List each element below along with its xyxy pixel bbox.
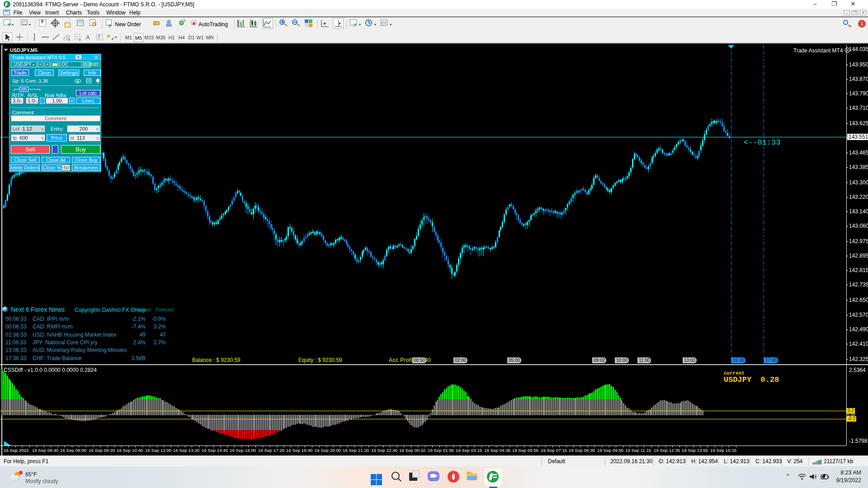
minimize-button[interactable]: – <box>808 0 822 9</box>
trendline-tool[interactable] <box>52 33 61 42</box>
pane-separator[interactable] <box>0 364 868 365</box>
timeframe-w1[interactable]: W1 <box>196 33 204 42</box>
cursor-tool[interactable] <box>2 33 12 42</box>
bell-icon[interactable] <box>95 78 100 83</box>
menu-charts[interactable]: Charts <box>66 9 82 16</box>
chart-shift-button[interactable] <box>333 18 344 29</box>
new-order-button[interactable]: +New Order <box>105 19 148 29</box>
indicators-button[interactable]: +▾ <box>349 19 360 29</box>
timeframe-m1[interactable]: M1 <box>124 33 133 42</box>
expert-advisors-button[interactable] <box>152 19 163 29</box>
close-pct-input[interactable]: 50 <box>62 164 70 171</box>
search-icon[interactable] <box>842 19 853 29</box>
candlestick-chart-button[interactable] <box>250 19 260 29</box>
menu-file[interactable]: File <box>14 9 22 16</box>
line-chart-button[interactable] <box>262 18 273 29</box>
panel-tab-trade[interactable]: Trade <box>11 70 29 76</box>
data-window-button[interactable] <box>51 19 61 29</box>
market-watch-button[interactable]: ▼▲ <box>38 19 49 29</box>
timeframe-m5[interactable]: M5 <box>134 33 143 42</box>
entry-input[interactable]: 200⇅ <box>67 125 100 132</box>
tray-chevron-icon[interactable]: ⌃ <box>785 473 791 480</box>
vertical-line-object-1[interactable] <box>731 45 731 364</box>
navigator-button[interactable]: ★ <box>63 19 74 29</box>
rtp-input[interactable]: 3.0⇅ <box>11 98 24 104</box>
mdi-minimize-button[interactable]: – <box>844 10 850 15</box>
notification-badge[interactable]: 1 <box>858 20 866 28</box>
zoom-out-button[interactable] <box>291 19 302 29</box>
risk-input[interactable]: 1.00 <box>46 98 68 104</box>
strategy-tester-button[interactable] <box>89 19 99 29</box>
menu-view[interactable]: View <box>29 9 41 16</box>
vertical-line-tool[interactable] <box>30 33 40 42</box>
delete-orders-button[interactable]: Delete Orders <box>9 164 40 171</box>
taskbar-clock[interactable]: 8:23 AM9/19/2022 <box>832 469 861 484</box>
lot-calc-button[interactable]: Lot calc <box>76 90 100 96</box>
risk-plus-button[interactable]: + <box>69 98 75 104</box>
panel-close-button[interactable]: X <box>94 55 98 60</box>
menu-help[interactable]: Help <box>129 9 141 16</box>
metaquotes-button[interactable] <box>165 19 175 29</box>
timeframe-h1[interactable]: H1 <box>167 33 176 42</box>
vertical-line-object-2[interactable] <box>764 45 764 364</box>
timeframe-m15[interactable]: M15 <box>144 33 155 42</box>
panel-tab-close[interactable]: Close <box>35 70 54 76</box>
rr-badge[interactable]: RR <box>19 87 28 92</box>
terminal-button[interactable] <box>76 19 87 29</box>
comment-input[interactable]: Comment <box>11 115 100 122</box>
text-tool[interactable]: A <box>84 33 94 42</box>
periods-button[interactable]: ▾ <box>364 19 375 29</box>
sounds-button[interactable] <box>177 19 188 29</box>
panel-title-bar[interactable]: Trade Assistant MT4 9.5X <box>9 54 101 61</box>
timeframe-m30[interactable]: M30 <box>155 33 166 42</box>
restore-button[interactable]: ❐ <box>827 0 841 9</box>
mdi-restore-button[interactable]: ❐ <box>852 10 858 15</box>
breakeven-button[interactable]: Breakeven <box>72 164 100 171</box>
fibonacci-tool[interactable]: F <box>73 33 83 42</box>
symbol-selector[interactable]: USDJPY ▾ <box>11 61 37 67</box>
close-pct-button[interactable]: Close % <box>42 164 62 171</box>
rsl-input[interactable]: 1.0⇅ <box>26 98 38 104</box>
bar-chart-button[interactable] <box>237 19 248 29</box>
timeframe-mn[interactable]: MN <box>205 33 215 42</box>
crosshair-tool[interactable] <box>15 33 25 42</box>
eye-icon[interactable] <box>75 79 81 83</box>
mdi-close-button[interactable]: ✕ <box>860 10 866 15</box>
close-all-button[interactable]: Close All <box>42 157 70 163</box>
symbol-collapse-arrow[interactable] <box>4 49 8 51</box>
text-label-tool[interactable]: T <box>95 33 105 42</box>
calendar-icon[interactable] <box>86 78 91 83</box>
profiles-button[interactable]: ▾ <box>20 19 31 29</box>
battery-icon[interactable] <box>821 474 830 479</box>
menu-insert[interactable]: Insert <box>45 9 59 16</box>
wifi-icon[interactable] <box>798 474 806 480</box>
lot-input[interactable]: Lot 1.12⇅ <box>11 125 45 132</box>
autotrading-button[interactable]: AutoTrading <box>190 19 231 29</box>
swap-button[interactable] <box>52 145 58 154</box>
camera-icon[interactable] <box>75 55 81 59</box>
menu-window[interactable]: Window <box>106 9 126 16</box>
equidistant-channel-tool[interactable]: E <box>62 33 72 42</box>
tile-windows-button[interactable] <box>304 19 315 29</box>
auto-scroll-button[interactable] <box>320 19 331 29</box>
close-button[interactable]: ✕ <box>846 0 860 9</box>
menu-tools[interactable]: Tools <box>87 9 99 16</box>
panel-tab-info[interactable]: Info <box>84 70 101 76</box>
next-symbol-button[interactable]: > <box>44 61 50 67</box>
horizontal-line-tool[interactable] <box>41 33 51 42</box>
zoom-in-button[interactable] <box>278 19 289 29</box>
close-sell-button[interactable]: Close Sell <box>11 157 40 163</box>
buy-button[interactable]: Buy <box>61 145 100 154</box>
folder-icon[interactable] <box>51 61 59 67</box>
timeframe-d1[interactable]: D1 <box>187 33 196 42</box>
templates-button[interactable]: ▾ <box>380 19 391 29</box>
arrows-tool[interactable]: ▾ <box>106 33 118 42</box>
new-chart-button[interactable]: +▾ <box>3 19 14 29</box>
volume-icon[interactable] <box>809 473 817 480</box>
prev-symbol-button[interactable]: < <box>38 61 43 67</box>
lines-button[interactable]: Lines <box>76 98 100 104</box>
close-buy-button[interactable]: Close Buy <box>72 157 100 163</box>
tp-input[interactable]: tp 600⇅ <box>11 134 45 141</box>
timeframe-h4[interactable]: H4 <box>177 33 186 42</box>
sell-button[interactable]: Sell <box>11 145 50 154</box>
